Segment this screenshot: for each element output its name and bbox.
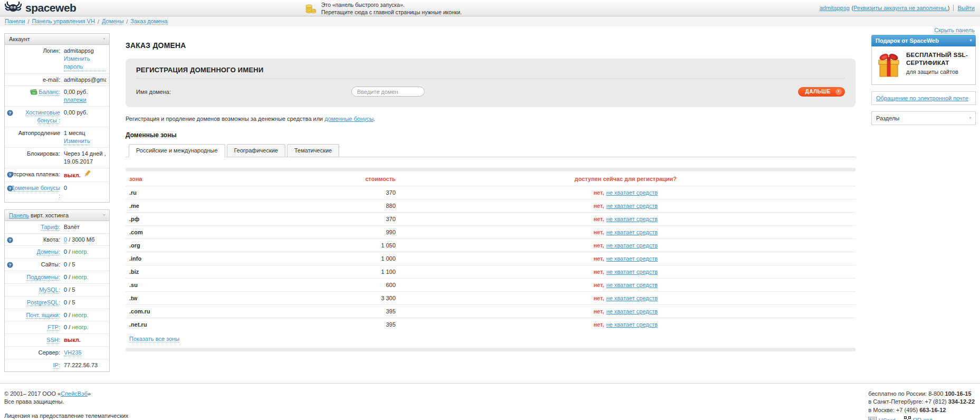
quick-launch-hint: Это «панель быстрого запуска». Перетащит… [305,2,462,16]
show-all-zones-link[interactable]: Показать все зоны [129,336,179,342]
hide-panel-link[interactable]: Скрыть панель [934,27,975,34]
breadcrumb-vh-panel[interactable]: Панель управления VH [32,18,94,25]
help-icon[interactable]: ? [7,237,13,245]
zone-tabs: Российские и международные Географически… [126,144,856,157]
domain-name-input[interactable] [351,87,425,97]
breadcrumb-separator: / [27,18,29,25]
balance-link[interactable]: Баланс: [39,89,60,96]
server-link[interactable]: VH235 [64,349,82,356]
breadcrumb-domains[interactable]: Домены [102,18,123,25]
copyright-line: © 2001– 2017 ООО «СпейсВэб» [4,390,142,398]
change-password-link[interactable]: Изменить пароль [64,55,106,71]
hosting-panel: Панель вирт. хостинга ▼ Тариф: Взлёт ? К… [4,209,110,372]
quota-limit: / 3000 Мб [67,236,94,243]
no-funds-link[interactable]: не хватает средств [606,203,658,209]
ssh-value: выкл. [64,337,81,343]
money-icon [30,90,37,96]
change-autorenew-link[interactable]: Изменить [64,137,90,146]
table-row: .com.ru 395 нет,не хватает средств [126,305,856,318]
table-row: .su 600 нет,не хватает средств [126,279,856,292]
table-row: .biz 1 100 нет,не хватает средств [126,265,856,279]
footer-left: © 2001– 2017 ООО «СпейсВэб» Все права за… [4,390,142,420]
payments-link[interactable]: платежи [64,96,87,104]
mailboxes-limit: неогр. [72,312,89,318]
no-funds-link[interactable]: не хватает средств [606,269,658,275]
page-title: ЗАКАЗ ДОМЕНА [126,41,856,50]
vcard-link[interactable]: VCard [879,417,895,420]
table-row: .net.ru 395 нет,не хватает средств [126,318,856,331]
hosting-bonus-value: 0,00 руб. [60,109,106,125]
login-value: admitappsg [64,47,94,54]
spaceweb-company-link[interactable]: СпейсВэб [61,390,88,397]
topbar: spaceweb Это «панель быстрого запуска». [0,0,980,16]
no-funds-link[interactable]: не хватает средств [606,321,658,328]
domain-bonuses-link[interactable]: доменные бонусы [324,116,373,122]
next-button-label: ДАЛЬШЕ [805,89,831,94]
domains-link[interactable]: Домены: [37,249,60,255]
gift-panel-header[interactable]: Подарок от SpaceWeb ▼ [871,35,976,46]
help-icon[interactable]: ? [7,262,13,270]
ftp-link[interactable]: FTP: [47,324,60,331]
right-sidebar: Подарок от SpaceWeb ▼ [871,35,976,125]
tariff-link[interactable]: Тариф: [41,224,60,231]
collapse-icon[interactable]: ▼ [968,116,972,120]
no-funds-link[interactable]: не хватает средств [606,308,658,314]
next-button[interactable]: ДАЛЬШЕ › [798,87,845,97]
arrow-right-icon: › [835,89,842,95]
collapse-icon[interactable]: ▼ [102,213,106,217]
phone-moscow: в Москве: +7 (495) 663-16-12 [868,406,975,414]
phone-spb: в Санкт-Петербурге: +7 (812) 334-12-22 [868,398,975,406]
ssh-row: SSH: выкл. [5,334,109,347]
email-support-link[interactable]: Обращение по электронной почте [876,95,968,101]
sections-box[interactable]: Разделы ▼ [871,111,976,125]
help-icon[interactable]: ? [7,185,13,194]
logout-link[interactable]: Выйти [957,5,975,11]
pencil-icon[interactable] [84,172,91,178]
collapse-icon[interactable]: ▼ [102,37,106,41]
qr-code-link[interactable]: QR-код [913,416,933,420]
subdomains-link[interactable]: Поддомены: [27,274,60,281]
tab-geographic[interactable]: Географические [227,144,285,157]
table-row: .info 1 000 нет,не хватает средств [126,252,856,265]
no-funds-link[interactable]: не хватает средств [606,242,658,249]
no-funds-link[interactable]: не хватает средств [606,216,658,222]
help-icon[interactable]: ? [7,110,13,118]
table-header-row: зона стоимость доступен сейчас для регис… [126,171,856,186]
block-row: Блокировка: Через 14 дней , 19.05.2017 [5,148,109,168]
account-details-link[interactable]: Реквизиты аккаунта не заполнены. [853,5,948,11]
gift-title: БЕСПЛАТНЫЙ SSL-СЕРТИФИКАТ [906,51,971,67]
domain-bonus-row: ? Доменные бонусы : 0 [5,182,109,202]
no-funds-link[interactable]: не хватает средств [606,189,658,196]
tab-thematic[interactable]: Тематические [287,144,339,157]
server-label: Сервер: [9,349,60,357]
mysql-row: MySQL: 0 / 5 [5,284,109,297]
table-row: .com 990 нет,не хватает средств [126,226,856,239]
no-funds-link[interactable]: не хватает средств [606,282,658,288]
ssh-link[interactable]: SSH: [46,337,60,343]
mysql-link[interactable]: MySQL: [39,287,60,293]
spaceweb-logo[interactable]: spaceweb [0,1,76,15]
tab-russian-international[interactable]: Российские и международные [129,144,225,157]
gift-panel-body: БЕСПЛАТНЫЙ SSL-СЕРТИФИКАТ для защиты сай… [871,46,976,85]
page: spaceweb Это «панель быстрого запуска». [0,0,980,420]
ip-link[interactable]: IP: [53,362,60,369]
breadcrumb-domain-order[interactable]: Заказ домена [130,18,167,25]
mailboxes-link[interactable]: Почт. ящики: [26,312,60,319]
hosting-panel-link[interactable]: Панель [9,212,29,218]
domain-bonus-link[interactable]: Доменные бонусы : [11,185,60,199]
help-icon[interactable]: ? [7,171,13,180]
breadcrumb-panels[interactable]: Панели [5,18,25,25]
col-header-price: стоимость [272,176,396,182]
no-funds-link[interactable]: не хватает средств [606,255,658,262]
subdomains-row: Поддомены: 0 / неогр. [5,271,109,284]
breadcrumb: Панели / Панель управления VH / Домены /… [0,16,980,26]
mailboxes-used: 0 / [64,312,72,318]
collapse-icon[interactable]: ▼ [969,39,973,42]
table-row: .ru 370 нет,не хватает средств [126,186,856,199]
username-link[interactable]: admitappsg [820,5,850,11]
hosting-bonus-link[interactable]: Хостинговые бонусы : [25,109,60,124]
no-funds-link[interactable]: не хватает средств [606,295,658,301]
postgresql-link[interactable]: PostgreSQL: [27,299,60,306]
no-funds-link[interactable]: не хватает средств [606,229,658,235]
email-support-box: Обращение по электронной почте [871,91,976,105]
